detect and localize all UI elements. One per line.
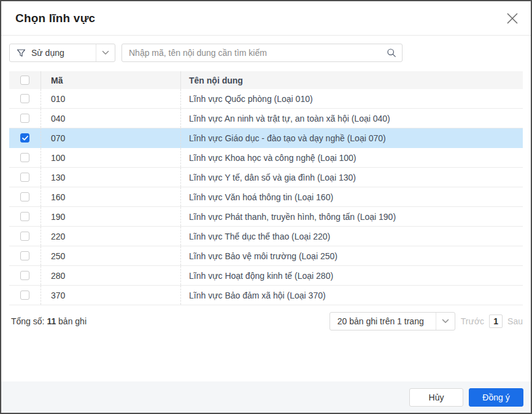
row-code: 160 bbox=[41, 187, 181, 206]
row-code: 250 bbox=[41, 246, 181, 265]
row-checkbox[interactable] bbox=[20, 212, 29, 221]
chevron-down-icon bbox=[96, 44, 115, 61]
row-checkbox[interactable] bbox=[20, 94, 29, 103]
row-code: 100 bbox=[41, 148, 181, 167]
row-name: Lĩnh vực Hoạt động kinh tế (Loại 280) bbox=[181, 271, 523, 281]
search-box bbox=[121, 44, 403, 62]
table-row[interactable]: 370 Lĩnh vực Bảo đảm xã hội (Loại 370) bbox=[9, 286, 523, 305]
row-code: 040 bbox=[41, 109, 181, 128]
search-input[interactable] bbox=[121, 44, 403, 62]
filter-funnel-icon bbox=[17, 49, 26, 58]
table-row[interactable]: 040 Lĩnh vực An ninh và trật tự, an toàn… bbox=[9, 109, 523, 128]
row-name: Lĩnh vực Bảo đảm xã hội (Loại 370) bbox=[181, 291, 523, 300]
page-size-label: 20 bản ghi trên 1 trang bbox=[330, 316, 436, 326]
table-row[interactable]: 220 Lĩnh vực Thể dục thể thao (Loại 220) bbox=[9, 227, 523, 246]
row-code: 070 bbox=[41, 128, 181, 147]
table-row[interactable]: 070 Lĩnh vực Giáo dục - đào tạo và dạy n… bbox=[9, 128, 523, 148]
dialog-title-bar: Chọn lĩnh vực bbox=[1, 1, 531, 36]
prev-page-button[interactable]: Trước bbox=[461, 316, 484, 326]
table-row[interactable]: 100 Lĩnh vực Khoa học và công nghệ (Loại… bbox=[9, 148, 523, 168]
close-icon bbox=[506, 12, 519, 25]
row-checkbox[interactable] bbox=[20, 271, 29, 280]
row-name: Lĩnh vực Phát thanh, truyền hình, thông … bbox=[181, 212, 523, 222]
row-checkbox[interactable] bbox=[20, 192, 29, 201]
table-footer: Tổng số: 11 bản ghi 20 bản ghi trên 1 tr… bbox=[9, 311, 523, 331]
table-body: 010 Lĩnh vực Quốc phòng (Loại 010) 040 L… bbox=[9, 89, 523, 305]
row-code: 190 bbox=[41, 207, 181, 226]
table-row[interactable]: 250 Lĩnh vực Bảo vệ môi trường (Loại 250… bbox=[9, 246, 523, 266]
row-code: 280 bbox=[41, 266, 181, 285]
filter-dropdown-label: Sử dụng bbox=[31, 48, 96, 58]
row-name: Lĩnh vực Bảo vệ môi trường (Loại 250) bbox=[181, 251, 523, 261]
pagination: 20 bản ghi trên 1 trang Trước 1 Sau bbox=[330, 312, 523, 330]
current-page-indicator[interactable]: 1 bbox=[489, 314, 503, 328]
column-header-code: Mã bbox=[41, 71, 181, 89]
row-name: Lĩnh vực Quốc phòng (Loại 010) bbox=[181, 94, 523, 104]
row-code: 370 bbox=[41, 286, 181, 305]
row-checkbox[interactable] bbox=[20, 291, 29, 300]
choose-field-dialog: Chọn lĩnh vực Sử dụng bbox=[0, 0, 532, 414]
page-nav: Trước 1 Sau bbox=[461, 314, 523, 328]
filter-dropdown[interactable]: Sử dụng bbox=[9, 44, 115, 62]
dialog-title: Chọn lĩnh vực bbox=[15, 12, 95, 25]
cancel-button[interactable]: Hủy bbox=[409, 388, 463, 407]
row-name: Lĩnh vực Thể dục thể thao (Loại 220) bbox=[181, 232, 523, 241]
row-checkbox[interactable] bbox=[20, 251, 29, 260]
total-records-text: Tổng số: 11 bản ghi bbox=[9, 316, 87, 326]
total-records-count: 11 bbox=[47, 316, 56, 326]
row-checkbox[interactable] bbox=[20, 232, 29, 241]
row-checkbox[interactable] bbox=[20, 133, 29, 143]
confirm-button[interactable]: Đồng ý bbox=[469, 388, 523, 407]
select-all-checkbox[interactable] bbox=[20, 76, 29, 85]
toolbar: Sử dụng bbox=[9, 44, 523, 62]
row-name: Lĩnh vực Y tế, dân số và gia đình (Loại … bbox=[181, 173, 523, 182]
fields-table: Mã Tên nội dung 010 Lĩnh vực Quốc phòng … bbox=[9, 71, 523, 305]
table-header-row: Mã Tên nội dung bbox=[9, 71, 523, 89]
chevron-down-icon bbox=[436, 313, 455, 330]
row-checkbox[interactable] bbox=[20, 173, 29, 182]
row-code: 130 bbox=[41, 168, 181, 187]
table-row[interactable]: 010 Lĩnh vực Quốc phòng (Loại 010) bbox=[9, 89, 523, 109]
row-checkbox[interactable] bbox=[20, 114, 29, 123]
page-size-dropdown[interactable]: 20 bản ghi trên 1 trang bbox=[330, 312, 455, 330]
table-row[interactable]: 280 Lĩnh vực Hoạt động kinh tế (Loại 280… bbox=[9, 266, 523, 286]
row-checkbox[interactable] bbox=[20, 153, 29, 162]
row-name: Lĩnh vực An ninh và trật tự, an toàn xã … bbox=[181, 114, 523, 123]
row-code: 010 bbox=[41, 89, 181, 108]
row-name: Lĩnh vực Giáo dục - đào tạo và dạy nghề … bbox=[181, 133, 523, 143]
row-code: 220 bbox=[41, 227, 181, 246]
column-header-name: Tên nội dung bbox=[181, 76, 523, 85]
row-name: Lĩnh vực Văn hoá thông tin (Loại 160) bbox=[181, 192, 523, 202]
table-row[interactable]: 190 Lĩnh vực Phát thanh, truyền hình, th… bbox=[9, 207, 523, 227]
row-name: Lĩnh vực Khoa học và công nghệ (Loại 100… bbox=[181, 153, 523, 163]
table-row[interactable]: 160 Lĩnh vực Văn hoá thông tin (Loại 160… bbox=[9, 187, 523, 207]
table-row[interactable]: 130 Lĩnh vực Y tế, dân số và gia đình (L… bbox=[9, 168, 523, 187]
next-page-button[interactable]: Sau bbox=[507, 316, 523, 326]
close-button[interactable] bbox=[504, 10, 520, 26]
action-bar: Hủy Đồng ý bbox=[1, 381, 531, 413]
